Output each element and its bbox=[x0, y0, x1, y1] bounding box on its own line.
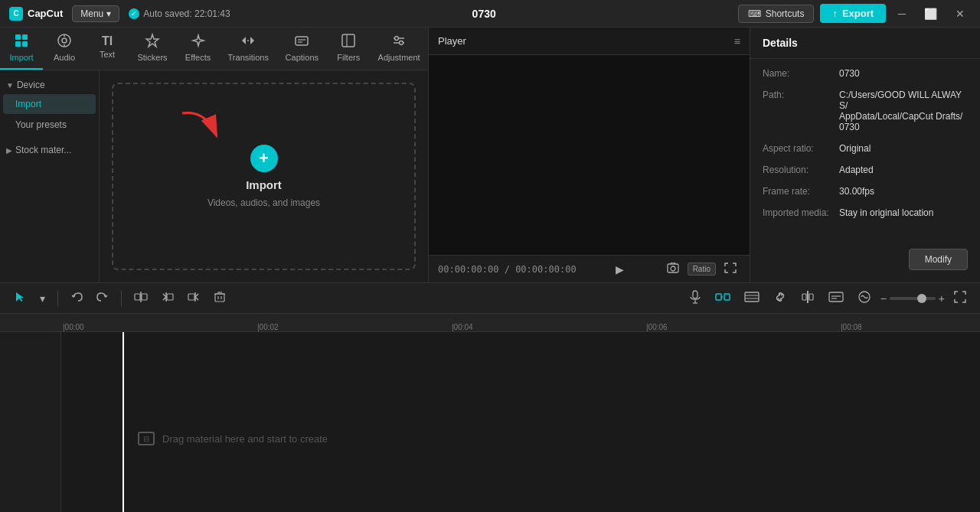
trim-left-button[interactable] bbox=[157, 288, 178, 308]
zoom-slider[interactable] bbox=[890, 297, 936, 300]
split-head-button[interactable] bbox=[129, 288, 152, 308]
audio-icon bbox=[57, 33, 72, 51]
svg-point-20 bbox=[671, 266, 675, 271]
undo-button[interactable] bbox=[66, 288, 87, 308]
import-area[interactable]: + Import Videos, audios, and images bbox=[100, 70, 428, 282]
timeline-ruler: |00:00 |00:02 |00:04 |00:06 |00:08 bbox=[0, 314, 980, 332]
svg-rect-38 bbox=[745, 292, 759, 302]
minimize-button[interactable]: ─ bbox=[892, 6, 912, 21]
player-viewport bbox=[429, 55, 750, 255]
toolbar-divider-2 bbox=[121, 291, 122, 306]
tab-text-label: Text bbox=[100, 50, 115, 59]
timeline-left-bar bbox=[0, 332, 61, 512]
autosave-icon bbox=[129, 8, 139, 19]
text-icon: TI bbox=[102, 35, 113, 47]
tab-adjustment[interactable]: Adjustment bbox=[370, 28, 428, 70]
fullscreen-button[interactable] bbox=[720, 261, 740, 277]
modify-button[interactable]: Modify bbox=[909, 249, 968, 270]
chevron-down-icon: ▼ bbox=[6, 81, 14, 90]
player-controls: 00:00:00:00 / 00:00:00:00 ▶ Ratio bbox=[429, 255, 750, 282]
left-panel: Import Audio TI Text bbox=[0, 28, 429, 282]
menu-button[interactable]: Menu ▾ bbox=[72, 5, 119, 22]
details-header: Details bbox=[750, 28, 980, 59]
title-bar-left: C CapCut Menu ▾ Auto saved: 22:01:43 bbox=[9, 5, 230, 22]
app-logo-icon: C bbox=[9, 7, 23, 21]
ruler-mark-0: |00:00 bbox=[61, 323, 256, 331]
toolbar-right: − + bbox=[684, 287, 971, 310]
tab-transitions[interactable]: Transitions bbox=[220, 28, 276, 70]
title-bar-right: ⌨ Shortcuts ↑ Export ─ ⬜ ✕ bbox=[738, 4, 971, 23]
curve-button[interactable] bbox=[853, 287, 876, 310]
main-content: Import Audio TI Text bbox=[0, 28, 980, 282]
zoom-slider-thumb bbox=[917, 294, 926, 303]
sidebar-device-header[interactable]: ▼ Device bbox=[0, 77, 99, 93]
select-dropdown-button[interactable]: ▾ bbox=[35, 289, 50, 308]
svg-rect-0 bbox=[15, 34, 21, 40]
trim-right-button[interactable] bbox=[183, 288, 204, 308]
sidebar-import-label: Import bbox=[15, 99, 41, 109]
drag-hint: ⊟ Drag material here and start to create bbox=[138, 432, 328, 445]
ruler-mark-1: |00:02 bbox=[256, 323, 450, 331]
autosave-text: Auto saved: 22:01:43 bbox=[143, 8, 230, 19]
timeline-tracks[interactable]: ⊟ Drag material here and start to create bbox=[61, 332, 980, 512]
details-body: Name: 0730 Path: C:/Users/GOOD WILL ALWA… bbox=[750, 59, 980, 243]
redo-button[interactable] bbox=[92, 288, 113, 308]
svg-rect-27 bbox=[188, 294, 194, 300]
import-icon bbox=[14, 33, 29, 51]
shortcuts-button[interactable]: ⌨ Shortcuts bbox=[738, 5, 815, 23]
tab-filters-label: Filters bbox=[337, 53, 360, 62]
close-button[interactable]: ✕ bbox=[949, 6, 971, 21]
select-tool-button[interactable] bbox=[9, 288, 31, 308]
import-drop-zone[interactable]: + Import Videos, audios, and images bbox=[112, 83, 416, 270]
subtitle-button[interactable] bbox=[824, 288, 848, 309]
autosave-status: Auto saved: 22:01:43 bbox=[129, 8, 230, 19]
play-button[interactable]: ▶ bbox=[612, 262, 628, 277]
tab-text[interactable]: TI Text bbox=[86, 28, 129, 70]
detail-value-framerate: 30.00fps bbox=[839, 186, 874, 197]
svg-rect-1 bbox=[22, 34, 28, 40]
mic-button[interactable] bbox=[684, 287, 706, 310]
tab-captions[interactable]: Captions bbox=[276, 28, 327, 70]
media-view-button[interactable] bbox=[740, 289, 764, 308]
svg-rect-22 bbox=[142, 294, 147, 300]
player-menu-icon[interactable]: ≡ bbox=[734, 35, 740, 47]
zoom-in-button[interactable]: + bbox=[939, 292, 945, 305]
detail-row-media: Imported media: Stay in original locatio… bbox=[763, 207, 968, 218]
sidebar-stock-label: Stock mater... bbox=[15, 145, 71, 155]
tab-audio[interactable]: Audio bbox=[43, 28, 86, 70]
connect-button[interactable] bbox=[710, 289, 735, 308]
detail-value-resolution: Adapted bbox=[839, 165, 874, 175]
svg-rect-44 bbox=[829, 292, 843, 302]
tab-import[interactable]: Import bbox=[0, 28, 43, 70]
tab-bar: Import Audio TI Text bbox=[0, 28, 428, 70]
import-sublabel: Videos, audios, and images bbox=[207, 197, 320, 208]
title-bar: C CapCut Menu ▾ Auto saved: 22:01:43 073… bbox=[0, 0, 980, 28]
player-header: Player ≡ bbox=[429, 28, 750, 55]
effects-icon bbox=[191, 33, 206, 51]
maximize-button[interactable]: ⬜ bbox=[918, 6, 943, 21]
export-button[interactable]: ↑ Export bbox=[820, 4, 886, 23]
stickers-icon bbox=[145, 33, 160, 51]
tab-filters[interactable]: Filters bbox=[327, 28, 370, 70]
sidebar-item-presets[interactable]: Your presets bbox=[3, 115, 96, 135]
red-arrow-indicator bbox=[175, 106, 236, 154]
drag-hint-text: Drag material here and start to create bbox=[162, 433, 328, 445]
zoom-out-button[interactable]: − bbox=[880, 292, 887, 305]
chevron-right-icon: ▶ bbox=[6, 146, 12, 155]
detail-value-aspect: Original bbox=[839, 143, 871, 154]
import-plus-icon[interactable]: + bbox=[250, 145, 278, 172]
sidebar-stock-header[interactable]: ▶ Stock mater... bbox=[0, 142, 99, 158]
tab-effects[interactable]: Effects bbox=[176, 28, 220, 70]
fit-view-button[interactable] bbox=[949, 288, 971, 309]
svg-rect-21 bbox=[135, 294, 140, 300]
ratio-button[interactable]: Ratio bbox=[688, 263, 716, 276]
link-button[interactable] bbox=[769, 287, 792, 310]
sidebar-item-import[interactable]: Import bbox=[3, 94, 96, 114]
screenshot-button[interactable] bbox=[663, 261, 683, 277]
delete-button[interactable] bbox=[209, 288, 230, 308]
tab-stickers[interactable]: Stickers bbox=[129, 28, 176, 70]
svg-rect-32 bbox=[693, 291, 697, 298]
tab-audio-label: Audio bbox=[54, 53, 75, 62]
transitions-icon bbox=[240, 33, 256, 51]
snap-button[interactable] bbox=[796, 287, 819, 310]
